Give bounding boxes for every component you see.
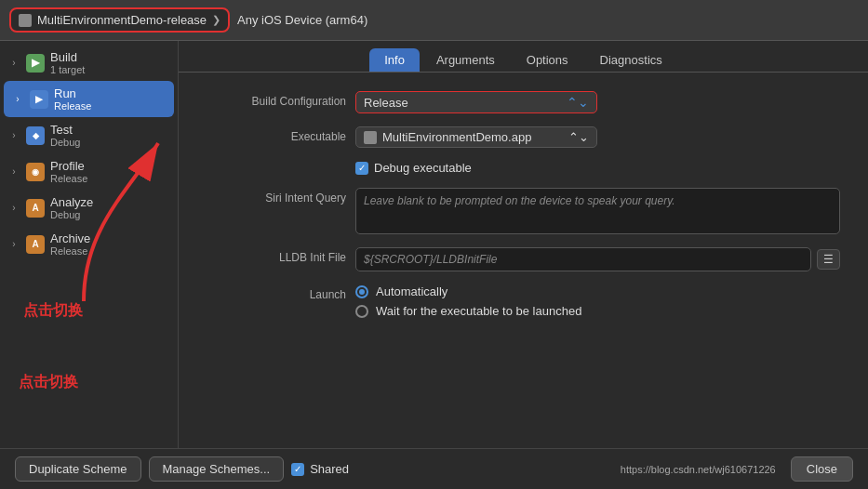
bottom-left: Duplicate Scheme Manage Schemes... ✓ Sha… xyxy=(15,456,349,482)
tab-diagnostics[interactable]: Diagnostics xyxy=(585,48,677,72)
executable-value: MultiEnvironmentDemo.app xyxy=(382,130,531,144)
launch-wait-label: Wait for the executable to be launched xyxy=(376,304,581,318)
lldb-input[interactable]: ${SRCROOT}/LLDBInitFile xyxy=(355,247,811,271)
lldb-browse-btn[interactable]: ☰ xyxy=(817,249,840,270)
test-icon: ◆ xyxy=(26,126,45,145)
launch-control: Automatically Wait for the executable to… xyxy=(355,284,840,318)
executable-select[interactable]: MultiEnvironmentDemo.app ⌃⌄ xyxy=(355,126,597,148)
shared-label: Shared xyxy=(310,462,349,476)
launch-label: Launch xyxy=(207,284,346,301)
profile-icon: ◉ xyxy=(26,163,45,181)
debug-exe-checkbox-label[interactable]: ✓ Debug executable xyxy=(355,161,472,175)
sidebar-item-run[interactable]: › ▶ Run Release xyxy=(4,81,174,117)
launch-row: Launch Automatically Wait for the execut… xyxy=(207,284,840,318)
launch-wait-option[interactable]: Wait for the executable to be launched xyxy=(355,304,581,318)
duplicate-scheme-button[interactable]: Duplicate Scheme xyxy=(15,456,141,482)
test-title: Test xyxy=(50,123,80,137)
profile-text: Profile Release xyxy=(50,159,87,184)
shared-check-label[interactable]: ✓ Shared xyxy=(291,462,349,476)
run-text: Run Release xyxy=(54,86,91,112)
lldb-file-row: ${SRCROOT}/LLDBInitFile ☰ xyxy=(355,247,840,271)
expand-profile[interactable]: › xyxy=(7,165,20,178)
build-icon: ▶ xyxy=(26,54,45,73)
build-config-control: Release ⌃⌄ xyxy=(355,91,840,113)
debug-exe-checkbox[interactable]: ✓ xyxy=(355,162,368,175)
debug-exe-label-text: Debug executable xyxy=(374,161,472,175)
expand-build[interactable]: › xyxy=(7,57,20,70)
executable-label: Executable xyxy=(207,126,346,143)
build-text: Build 1 target xyxy=(50,50,85,75)
build-title: Build xyxy=(50,50,85,64)
siri-input[interactable]: Leave blank to be prompted on the device… xyxy=(355,188,840,234)
test-subtitle: Debug xyxy=(50,137,80,148)
archive-subtitle: Release xyxy=(50,245,90,257)
launch-wait-radio[interactable] xyxy=(355,305,368,318)
sidebar-item-analyze[interactable]: › A Analyze Debug xyxy=(0,190,178,226)
lldb-row: LLDB Init File ${SRCROOT}/LLDBInitFile ☰ xyxy=(207,247,840,271)
bottom-bar: Duplicate Scheme Manage Schemes... ✓ Sha… xyxy=(0,448,868,489)
executable-row: Executable MultiEnvironmentDemo.app ⌃⌄ xyxy=(207,126,840,148)
expand-test[interactable]: › xyxy=(7,129,20,142)
build-config-label: Build Configuration xyxy=(207,91,346,108)
executable-control: MultiEnvironmentDemo.app ⌃⌄ xyxy=(355,126,840,148)
archive-text: Archive Release xyxy=(50,231,90,257)
shared-checkbox[interactable]: ✓ xyxy=(291,463,304,476)
build-config-row: Build Configuration Release ⌃⌄ xyxy=(207,91,840,113)
launch-auto-label: Automatically xyxy=(376,284,447,298)
analyze-subtitle: Debug xyxy=(50,209,93,220)
siri-label: Siri Intent Query xyxy=(207,188,346,205)
profile-title: Profile xyxy=(50,159,87,173)
expand-analyze[interactable]: › xyxy=(7,202,20,215)
executable-arrow: ⌃⌄ xyxy=(568,130,589,144)
sidebar: › ▶ Build 1 target › ▶ Run Release › ◆ T… xyxy=(0,41,179,448)
content-wrapper: › ▶ Build 1 target › ▶ Run Release › ◆ T… xyxy=(0,41,868,448)
analyze-title: Analyze xyxy=(50,195,93,209)
launch-radio-group: Automatically Wait for the executable to… xyxy=(355,284,581,318)
tab-info[interactable]: Info xyxy=(369,48,420,72)
executable-icon xyxy=(364,131,377,144)
sidebar-item-archive[interactable]: › A Archive Release xyxy=(0,226,178,262)
scheme-name: MultiEnvironmentDemo-release xyxy=(37,13,207,27)
analyze-text: Analyze Debug xyxy=(50,195,93,220)
run-subtitle: Release xyxy=(54,100,91,112)
url-label: https://blog.csdn.net/wj610671226 xyxy=(621,464,776,475)
analyze-icon: A xyxy=(26,199,45,218)
form-area: Build Configuration Release ⌃⌄ Executabl… xyxy=(179,73,868,448)
build-config-select[interactable]: Release ⌃⌄ xyxy=(355,91,597,113)
svg-text:点击切换: 点击切换 xyxy=(23,302,84,318)
lldb-control: ${SRCROOT}/LLDBInitFile ☰ xyxy=(355,247,840,271)
debug-exe-label-empty xyxy=(207,161,346,165)
tab-arguments[interactable]: Arguments xyxy=(421,48,510,72)
test-text: Test Debug xyxy=(50,123,80,148)
debug-exe-control: ✓ Debug executable xyxy=(355,161,840,175)
siri-control: Leave blank to be prompted on the device… xyxy=(355,188,840,234)
archive-title: Archive xyxy=(50,231,90,245)
launch-auto-radio[interactable] xyxy=(355,285,368,298)
tab-bar: Info Arguments Options Diagnostics xyxy=(179,41,868,73)
top-bar: MultiEnvironmentDemo-release ❯ Any iOS D… xyxy=(0,0,868,41)
launch-auto-option[interactable]: Automatically xyxy=(355,284,581,298)
build-config-arrow: ⌃⌄ xyxy=(567,95,589,110)
run-icon: ▶ xyxy=(30,90,48,109)
profile-subtitle: Release xyxy=(50,173,87,184)
sidebar-item-profile[interactable]: › ◉ Profile Release xyxy=(0,153,178,190)
expand-run[interactable]: › xyxy=(11,93,24,106)
close-button[interactable]: Close xyxy=(791,456,853,482)
manage-schemes-button[interactable]: Manage Schemes... xyxy=(149,456,285,482)
run-title: Run xyxy=(54,86,91,100)
device-label: Any iOS Device (arm64) xyxy=(237,13,367,27)
archive-icon: A xyxy=(26,235,45,254)
tab-options[interactable]: Options xyxy=(512,48,583,72)
sidebar-item-build[interactable]: › ▶ Build 1 target xyxy=(0,45,178,81)
annotation-text: 点击切换 xyxy=(19,373,78,392)
build-config-value: Release xyxy=(364,96,408,110)
sidebar-item-test[interactable]: › ◆ Test Debug xyxy=(0,117,178,153)
siri-row: Siri Intent Query Leave blank to be prom… xyxy=(207,188,840,234)
content-area: Info Arguments Options Diagnostics Build… xyxy=(179,41,868,448)
scheme-icon xyxy=(19,14,32,27)
scheme-dropdown-arrow: ❯ xyxy=(212,14,220,26)
bottom-right: https://blog.csdn.net/wj610671226 Close xyxy=(621,456,853,482)
debug-exe-row: ✓ Debug executable xyxy=(207,161,840,175)
scheme-selector[interactable]: MultiEnvironmentDemo-release ❯ xyxy=(9,7,230,33)
expand-archive[interactable]: › xyxy=(7,238,20,251)
